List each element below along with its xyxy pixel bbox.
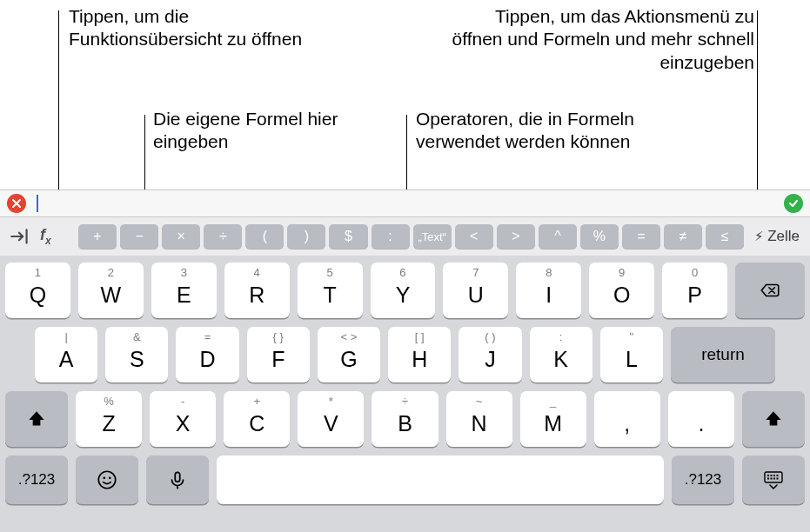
key-v[interactable]: *V — [298, 391, 364, 447]
formula-bar — [0, 190, 810, 217]
zelle-label: Zelle — [767, 228, 800, 245]
key-alt-label: 8 — [546, 266, 552, 279]
operator-key[interactable]: > — [497, 224, 535, 249]
key-i[interactable]: 8I — [516, 263, 581, 318]
key-alt-label: _ — [550, 395, 556, 408]
space-key[interactable] — [217, 456, 664, 504]
key-,[interactable]: , — [594, 391, 660, 447]
tab-indent-icon — [9, 225, 31, 248]
key-main-label: Y — [396, 283, 411, 308]
annotation-functions: Tippen, um die Funktionsübersicht zu öff… — [69, 5, 330, 51]
return-label: return — [701, 345, 745, 364]
key-k[interactable]: :K — [530, 327, 592, 382]
key-x[interactable]: -X — [150, 391, 216, 447]
keyboard-row-2: |A&S=D{ }F< >G[ ]H( )J:K"Lreturn — [5, 327, 805, 382]
dismiss-keyboard-key[interactable] — [742, 456, 805, 504]
key-alt-label: - — [181, 395, 184, 408]
key-alt-label: & — [133, 330, 141, 343]
operator-key[interactable]: ÷ — [204, 224, 242, 249]
return-key[interactable]: return — [671, 327, 775, 382]
operator-key[interactable]: ) — [287, 224, 325, 249]
key-u[interactable]: 7U — [443, 263, 508, 318]
key-c[interactable]: +C — [224, 391, 290, 447]
shift-key[interactable] — [5, 391, 68, 447]
key-alt-label: 9 — [619, 266, 625, 279]
operator-key[interactable]: ^ — [539, 224, 577, 249]
operator-key[interactable]: < — [455, 224, 493, 249]
key-e[interactable]: 3E — [151, 263, 217, 318]
key-m[interactable]: _M — [520, 391, 586, 447]
key-b[interactable]: ÷B — [372, 391, 438, 447]
key-w[interactable]: 2W — [78, 263, 144, 318]
operator-key[interactable]: − — [120, 224, 158, 249]
operator-key[interactable]: % — [580, 224, 619, 249]
key-h[interactable]: [ ]H — [388, 327, 451, 382]
key-main-label: C — [249, 411, 264, 436]
key-main-label: N — [472, 411, 487, 436]
key-p[interactable]: 0P — [662, 263, 727, 318]
key-n[interactable]: ~N — [446, 391, 512, 447]
operator-key[interactable]: = — [622, 224, 660, 249]
svg-rect-8 — [777, 475, 779, 476]
cancel-button[interactable] — [7, 194, 26, 213]
key-j[interactable]: ( )J — [459, 327, 521, 382]
dismiss-keyboard-icon — [762, 469, 785, 491]
confirm-button[interactable] — [784, 194, 803, 213]
operator-key[interactable]: $ — [329, 224, 367, 249]
key-l[interactable]: "L — [600, 327, 663, 382]
backspace-key[interactable] — [735, 263, 805, 318]
keyboard-row-3: %Z-X+C*V÷B~N_M,. — [5, 391, 805, 447]
bolt-icon: ⚡︎ — [754, 229, 764, 244]
operator-key[interactable]: ≠ — [664, 224, 702, 249]
key-z[interactable]: %Z — [76, 391, 142, 447]
key-r[interactable]: 4R — [224, 263, 290, 318]
svg-rect-6 — [771, 475, 773, 476]
key-alt-label: " — [630, 330, 634, 343]
operator-key[interactable]: × — [162, 224, 200, 249]
key-.[interactable]: . — [668, 391, 734, 447]
formula-input[interactable] — [33, 190, 777, 216]
key-main-label: . — [698, 411, 704, 436]
key-g[interactable]: < >G — [318, 327, 380, 382]
key-alt-label: % — [104, 395, 114, 408]
dictation-key[interactable] — [146, 456, 209, 504]
key-alt-label: ( ) — [485, 330, 495, 343]
key-alt-label: < > — [341, 330, 358, 343]
key-d[interactable]: =D — [176, 327, 238, 382]
close-icon — [11, 198, 22, 209]
key-q[interactable]: 1Q — [5, 263, 70, 318]
operator-key[interactable]: ( — [245, 224, 284, 249]
operator-key[interactable]: ≤ — [706, 224, 744, 249]
indent-button[interactable] — [5, 223, 35, 249]
key-f[interactable]: { }F — [247, 327, 310, 382]
operator-key[interactable]: : — [372, 224, 410, 249]
key-main-label: E — [177, 283, 191, 308]
key-alt-label: 0 — [692, 266, 698, 279]
key-main-label: T — [323, 283, 336, 308]
key-alt-label: 1 — [35, 266, 41, 279]
operator-key[interactable]: „Text“ — [413, 224, 452, 249]
shift-key[interactable] — [742, 391, 805, 447]
operator-key[interactable]: + — [78, 224, 117, 249]
key-main-label: Q — [30, 283, 46, 308]
key-main-label: D — [200, 347, 216, 372]
key-o[interactable]: 9O — [589, 263, 654, 318]
key-main-label: L — [626, 347, 638, 372]
cell-action-button[interactable]: ⚡︎ Zelle — [749, 228, 805, 245]
key-main-label: A — [59, 347, 74, 372]
svg-rect-5 — [767, 475, 769, 476]
key-main-label: O — [613, 283, 630, 308]
key-a[interactable]: |A — [35, 327, 97, 382]
key-t[interactable]: 5T — [298, 263, 363, 318]
key-alt-label: ÷ — [402, 395, 408, 408]
key-main-label: W — [101, 283, 122, 308]
mode-switch-key-right[interactable]: .?123 — [672, 456, 734, 504]
key-alt-label: ~ — [476, 395, 483, 408]
mode-switch-key-left[interactable]: .?123 — [5, 456, 68, 504]
emoji-key[interactable] — [76, 456, 138, 504]
key-y[interactable]: 6Y — [371, 263, 436, 318]
functions-button[interactable]: fx — [40, 226, 73, 247]
key-alt-label: : — [559, 330, 563, 343]
key-alt-label: 2 — [108, 266, 114, 279]
key-s[interactable]: &S — [105, 327, 168, 382]
